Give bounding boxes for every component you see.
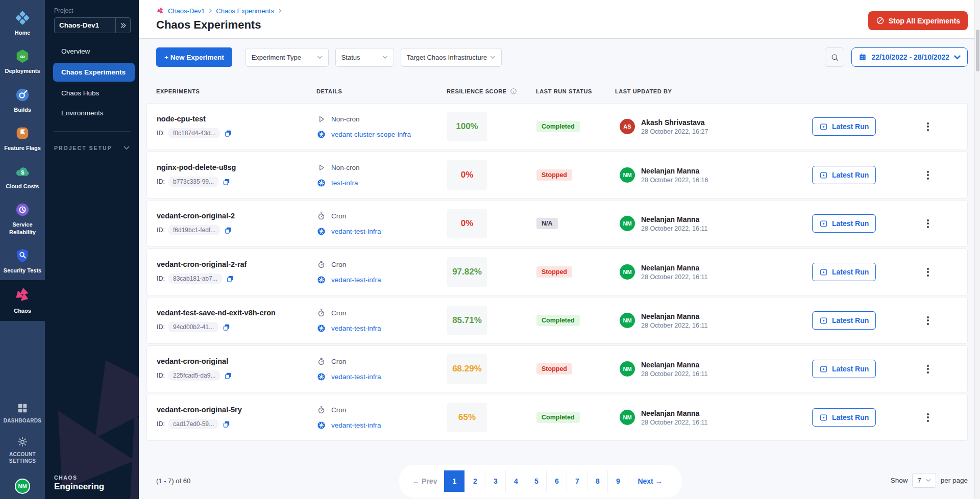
search-button[interactable] [825,47,844,67]
action-cell: Latest Run [812,360,889,378]
status-cell: Stopped [536,363,616,375]
sidebar-item-home[interactable]: Home [0,4,45,42]
stop-all-experiments-button[interactable]: Stop All Experiments [868,11,968,30]
copy-icon[interactable] [222,178,231,186]
copy-icon[interactable] [224,226,232,235]
scrollbar-thumb[interactable] [976,30,979,71]
date-range-picker[interactable]: 22/10/2022 - 28/10/2022 [851,47,968,67]
latest-run-button[interactable]: Latest Run [812,311,876,330]
kebab-menu[interactable] [924,360,932,378]
kebab-menu[interactable] [924,263,932,281]
sidebar-item-cloud-costs[interactable]: $ Cloud Costs [0,158,45,196]
page-button-2[interactable]: 2 [464,470,485,492]
experiment-name[interactable]: vedant-cron-original-5ry [157,406,317,414]
info-icon[interactable] [510,88,517,95]
project-setup-toggle[interactable]: PROJECT SETUP [54,145,130,151]
kebab-menu[interactable] [924,312,932,329]
table-row[interactable]: vedant-test-save-nd-exit-v8h-cron ID: 94… [146,297,968,344]
table-row[interactable]: vedant-cron-original-2-raf ID: 83cab181-… [146,248,968,295]
latest-run-button[interactable]: Latest Run [812,117,876,136]
kebab-menu[interactable] [924,118,932,135]
id-label: ID: [157,275,165,282]
new-experiment-button[interactable]: + New Experiment [156,47,232,67]
copy-icon[interactable] [226,275,234,283]
nav-item-chaos-experiments[interactable]: Chaos Experiments [53,63,135,82]
page-button-6[interactable]: 6 [546,470,567,492]
status-cell: Stopped [536,169,616,181]
kebab-menu[interactable] [924,409,932,426]
details-cell: Cron vedant-test-infra [317,406,447,430]
experiment-name[interactable]: vedant-cron-original-2-raf [157,260,317,268]
infrastructure-link[interactable]: vedant-test-infra [331,373,381,381]
infrastructure-link[interactable]: vedant-test-infra [331,276,381,284]
experiment-name[interactable]: nginx-pod-delete-u8sg [157,163,317,171]
chevron-down-icon [926,479,931,482]
page-button-7[interactable]: 7 [567,470,587,492]
prev-page-button[interactable]: Prev [409,470,444,492]
double-chevron-right-icon[interactable] [115,18,130,33]
score-cell: 0% [447,160,536,190]
sidebar-item-account-settings[interactable]: ACCOUNT SETTINGS [0,430,45,470]
avatar: NM [620,361,635,377]
table-row[interactable]: vedant-cron-original-5ry ID: cad17ed0-59… [146,394,968,441]
infrastructure-link[interactable]: test-infra [331,179,358,187]
per-page-select[interactable]: 7 [912,473,936,488]
infrastructure-link[interactable]: vedant-cluster-scope-infra [331,131,411,138]
run-icon [819,122,828,131]
user-avatar[interactable]: NM [15,479,30,494]
target-infrastructure-filter[interactable]: Target Chaos Infrastructure [401,48,502,67]
scrollbar[interactable] [974,0,980,499]
latest-run-button[interactable]: Latest Run [812,166,876,184]
kubernetes-icon [317,276,326,284]
page-button-5[interactable]: 5 [526,470,546,492]
user-name: Neelanjan Manna [641,409,707,417]
experiment-type-filter[interactable]: Experiment Type [246,48,329,67]
sidebar-item-chaos[interactable]: Chaos [0,280,45,320]
deployments-icon: ∞ [15,48,30,64]
table-row[interactable]: nginx-pod-delete-u8sg ID: b773c335-99...… [146,152,968,198]
next-page-button[interactable]: Next [628,470,671,492]
table-row[interactable]: node-cpu-test ID: f0c187d4-43d... Non-cr… [146,103,968,150]
sidebar-item-security-tests[interactable]: Security Tests [0,242,45,280]
page-button-9[interactable]: 9 [607,470,628,492]
avatar: NM [620,167,635,183]
page-button-1[interactable]: 1 [444,470,464,492]
table-row[interactable]: vedant-cron-original-2 ID: f6d19bc1-fedf… [146,200,968,247]
experiment-name[interactable]: vedant-cron-original-2 [157,212,317,220]
sidebar-item-feature-flags[interactable]: Feature Flags [0,119,45,158]
copy-icon[interactable] [224,371,232,380]
nav-item-environments[interactable]: Environments [45,103,139,123]
sidebar-item-dashboards[interactable]: DASHBOARDS [2,396,43,430]
latest-run-button[interactable]: Latest Run [812,408,876,427]
status-filter[interactable]: Status [335,48,394,67]
breadcrumb-chaos-experiments[interactable]: Chaos Experiments [216,7,274,15]
table-row[interactable]: vedant-cron-original ID: 225fcad5-da9...… [146,345,968,392]
copy-icon[interactable] [222,323,231,332]
copy-icon[interactable] [222,420,231,429]
sidebar-item-service-reliability[interactable]: Service Reliability [0,196,45,242]
infrastructure-link[interactable]: vedant-test-infra [331,228,381,235]
latest-run-button[interactable]: Latest Run [812,263,876,281]
breadcrumb-project[interactable]: Chaos-Dev1 [168,7,205,15]
sidebar-item-builds[interactable]: Builds [0,81,45,119]
resilience-score: 65% [447,403,487,432]
infrastructure-link[interactable]: vedant-test-infra [331,325,381,332]
experiment-name[interactable]: vedant-test-save-nd-exit-v8h-cron [157,309,317,317]
sidebar-item-deployments[interactable]: ∞ Deployments [0,42,45,81]
infrastructure-link[interactable]: vedant-test-infra [331,421,381,429]
kebab-menu[interactable] [924,166,932,184]
score-cell: 97.82% [447,257,536,287]
nav-item-overview[interactable]: Overview [45,41,139,61]
experiment-name[interactable]: vedant-cron-original [157,357,317,365]
project-selector[interactable]: Chaos-Dev1 [54,17,131,33]
page-button-4[interactable]: 4 [505,470,526,492]
kebab-menu[interactable] [924,215,932,232]
nav-item-chaos-hubs[interactable]: Chaos Hubs [45,83,139,103]
latest-run-button[interactable]: Latest Run [812,214,876,233]
page-button-8[interactable]: 8 [587,470,607,492]
copy-icon[interactable] [224,129,232,138]
experiment-name[interactable]: node-cpu-test [157,115,317,123]
feature-flags-icon [15,126,30,141]
page-button-3[interactable]: 3 [485,470,505,492]
latest-run-button[interactable]: Latest Run [812,360,876,378]
